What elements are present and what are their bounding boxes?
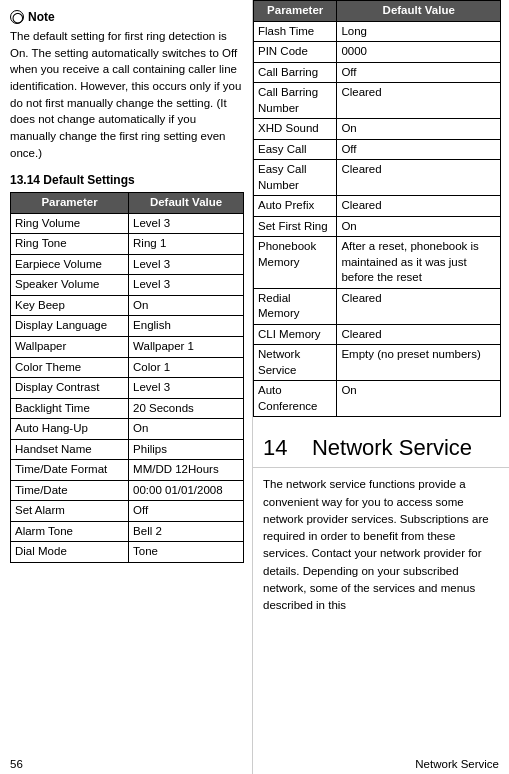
param-cell: XHD Sound [254,119,337,140]
param-cell: Display Contrast [11,378,129,399]
footer-chapter-label: Network Service [415,758,499,770]
value-cell: 0000 [337,42,501,63]
value-cell: 00:00 01/01/2008 [129,480,244,501]
section-heading: 13.14 Default Settings [10,173,244,187]
table-row: Speaker VolumeLevel 3 [11,275,244,296]
param-cell: Redial Memory [254,288,337,324]
table-row: XHD SoundOn [254,119,501,140]
value-cell: Level 3 [129,254,244,275]
value-cell: Level 3 [129,275,244,296]
value-cell: English [129,316,244,337]
footer-right: Network Service [253,754,509,774]
param-cell: Phonebook Memory [254,237,337,289]
value-cell: After a reset, phonebook is maintained a… [337,237,501,289]
value-cell: Off [337,139,501,160]
note-text: The default setting for first ring detec… [10,28,244,161]
right-table-wrapper: Parameter Default Value Flash TimeLongPI… [253,0,509,417]
value-cell: On [337,216,501,237]
table-row: Phonebook MemoryAfter a reset, phonebook… [254,237,501,289]
footer-left: 56 [0,754,253,774]
value-cell: Wallpaper 1 [129,336,244,357]
value-cell: On [129,419,244,440]
table-row: Redial MemoryCleared [254,288,501,324]
param-cell: Ring Volume [11,213,129,234]
param-cell: Time/Date Format [11,460,129,481]
table-row: Key BeepOn [11,295,244,316]
table-row: Time/Date FormatMM/DD 12Hours [11,460,244,481]
param-cell: Auto Hang-Up [11,419,129,440]
table-row: Easy CallOff [254,139,501,160]
value-cell: Cleared [337,324,501,345]
table-row: Display LanguageEnglish [11,316,244,337]
param-cell: Auto Conference [254,381,337,417]
note-box: ◯ Note The default setting for first rin… [10,10,244,161]
param-cell: Flash Time [254,21,337,42]
param-cell: Earpiece Volume [11,254,129,275]
value-cell: Tone [129,542,244,563]
table-row: Call Barring NumberCleared [254,83,501,119]
table-row: Dial ModeTone [11,542,244,563]
param-cell: Easy Call [254,139,337,160]
table-row: Backlight Time20 Seconds [11,398,244,419]
value-cell: Philips [129,439,244,460]
param-cell: Time/Date [11,480,129,501]
param-cell: Handset Name [11,439,129,460]
value-cell: Level 3 [129,378,244,399]
value-cell: Cleared [337,160,501,196]
param-cell: Wallpaper [11,336,129,357]
table-row: Flash TimeLong [254,21,501,42]
table-row: Ring ToneRing 1 [11,234,244,255]
value-cell: MM/DD 12Hours [129,460,244,481]
param-cell: Key Beep [11,295,129,316]
value-cell: On [129,295,244,316]
table-row: Ring VolumeLevel 3 [11,213,244,234]
table-row: Handset NamePhilips [11,439,244,460]
param-cell: Backlight Time [11,398,129,419]
col-header-parameter: Parameter [11,193,129,214]
note-header: ◯ Note [10,10,244,24]
right-table: Parameter Default Value Flash TimeLongPI… [253,0,501,417]
param-cell: Auto Prefix [254,196,337,217]
value-cell: On [337,381,501,417]
table-row: Alarm ToneBell 2 [11,521,244,542]
table-row: Earpiece VolumeLevel 3 [11,254,244,275]
param-cell: CLI Memory [254,324,337,345]
note-label: Note [28,10,55,24]
table-row: Set First RingOn [254,216,501,237]
table-row: WallpaperWallpaper 1 [11,336,244,357]
table-row: PIN Code0000 [254,42,501,63]
value-cell: Cleared [337,196,501,217]
param-cell: Display Language [11,316,129,337]
value-cell: On [337,119,501,140]
param-cell: Alarm Tone [11,521,129,542]
value-cell: Long [337,21,501,42]
param-cell: Call Barring [254,62,337,83]
table-row: Auto PrefixCleared [254,196,501,217]
chapter-title: Network Service [312,435,472,460]
param-cell: Color Theme [11,357,129,378]
table-row: Display ContrastLevel 3 [11,378,244,399]
chapter-heading: 14 Network Service [253,417,509,468]
right-col-header-default: Default Value [337,1,501,22]
left-table: Parameter Default Value Ring VolumeLevel… [10,192,244,562]
value-cell: Level 3 [129,213,244,234]
value-cell: Cleared [337,83,501,119]
param-cell: Network Service [254,345,337,381]
value-cell: Empty (no preset numbers) [337,345,501,381]
table-row: Color ThemeColor 1 [11,357,244,378]
param-cell: Easy Call Number [254,160,337,196]
table-row: CLI MemoryCleared [254,324,501,345]
left-column: ◯ Note The default setting for first rin… [0,0,253,774]
chapter-number: 14 [263,435,287,460]
note-icon: ◯ [10,10,24,24]
param-cell: Set First Ring [254,216,337,237]
param-cell: Set Alarm [11,501,129,522]
right-col-header-parameter: Parameter [254,1,337,22]
value-cell: Color 1 [129,357,244,378]
page-wrapper: ◯ Note The default setting for first rin… [0,0,509,774]
value-cell: Bell 2 [129,521,244,542]
value-cell: Off [129,501,244,522]
value-cell: Ring 1 [129,234,244,255]
value-cell: Cleared [337,288,501,324]
param-cell: Ring Tone [11,234,129,255]
